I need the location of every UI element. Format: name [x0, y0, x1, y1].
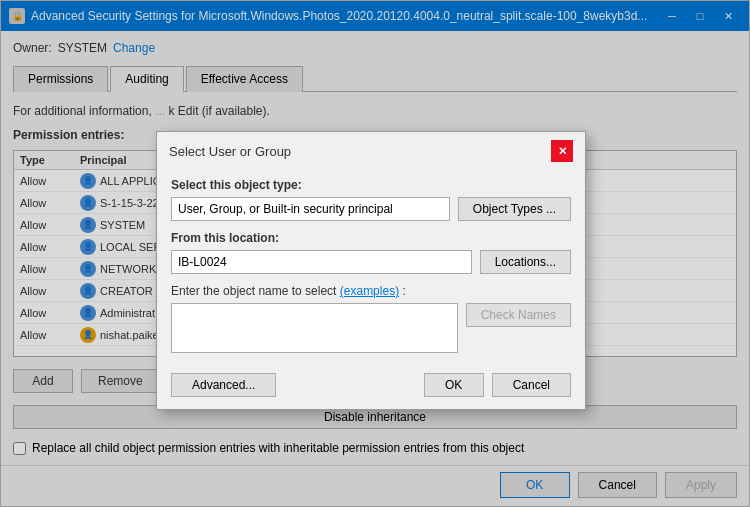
locations-button[interactable]: Locations... — [480, 250, 571, 274]
dialog-close-button[interactable]: ✕ — [551, 140, 573, 162]
examples-link[interactable]: (examples) — [340, 284, 399, 298]
object-types-button[interactable]: Object Types ... — [458, 197, 571, 221]
dialog-body: Select this object type: Object Types ..… — [157, 168, 585, 409]
object-type-row: Object Types ... — [171, 197, 571, 221]
check-names-button[interactable]: Check Names — [466, 303, 571, 327]
location-input[interactable] — [171, 250, 472, 274]
object-type-input[interactable] — [171, 197, 450, 221]
dialog-cancel-button[interactable]: Cancel — [492, 373, 571, 397]
dialog-overlay: Select User or Group ✕ Select this objec… — [1, 1, 749, 506]
dialog-ok-button[interactable]: OK — [424, 373, 484, 397]
dialog-title: Select User or Group — [169, 144, 291, 159]
advanced-button[interactable]: Advanced... — [171, 373, 276, 397]
main-window: 🔒 Advanced Security Settings for Microso… — [0, 0, 750, 507]
dialog-title-bar: Select User or Group ✕ — [157, 132, 585, 168]
location-row: Locations... — [171, 250, 571, 274]
name-label: Enter the object name to select (example… — [171, 284, 571, 298]
select-user-dialog: Select User or Group ✕ Select this objec… — [156, 131, 586, 410]
location-section-label: From this location: — [171, 231, 571, 245]
dialog-ok-cancel: OK Cancel — [424, 373, 571, 397]
object-type-section-label: Select this object type: — [171, 178, 571, 192]
object-name-textarea[interactable] — [171, 303, 458, 353]
dialog-bottom-row: Advanced... OK Cancel — [171, 373, 571, 397]
